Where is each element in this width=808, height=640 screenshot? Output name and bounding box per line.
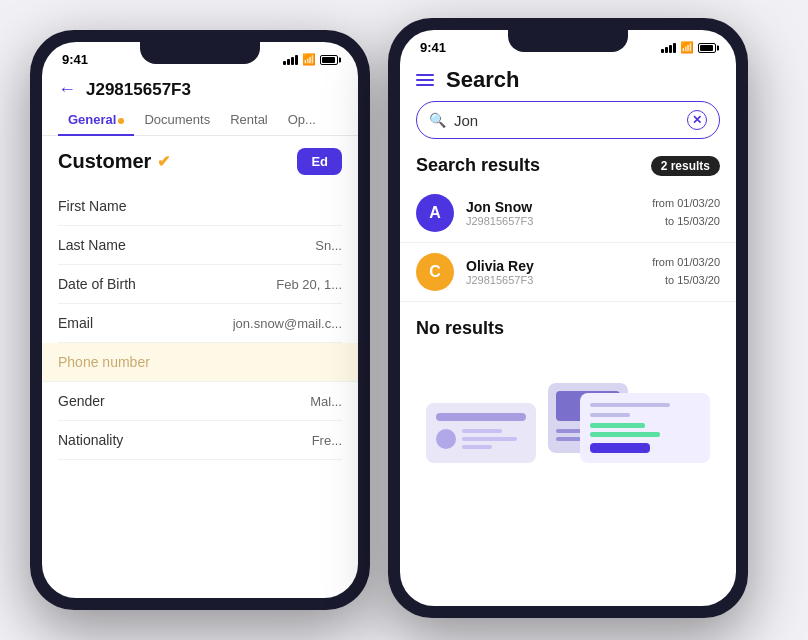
search-title: Search — [446, 67, 519, 93]
back-notch — [140, 42, 260, 64]
back-status-icons: 📶 — [283, 53, 338, 66]
search-input[interactable]: Jon — [454, 112, 679, 129]
front-phone: 9:41 📶 Search 🔍 — [388, 18, 748, 618]
results-header: Search results 2 results — [400, 151, 736, 184]
battery-icon — [320, 55, 338, 65]
tab-rental[interactable]: Rental — [220, 104, 278, 135]
field-nationality: Nationality Fre... — [58, 421, 342, 460]
tab-dot — [118, 118, 124, 124]
back-screen: 9:41 📶 ← J29815657F3 General — [42, 42, 358, 598]
front-battery-icon — [698, 43, 716, 53]
doc3-button — [590, 443, 650, 453]
customer-title: Customer ✔ — [58, 150, 170, 173]
clear-search-button[interactable]: ✕ — [687, 110, 707, 130]
back-header: ← J29815657F3 — [42, 71, 358, 104]
field-dob: Date of Birth Feb 20, 1... — [58, 265, 342, 304]
avatar-jon: A — [416, 194, 454, 232]
field-last-name: Last Name Sn... — [58, 226, 342, 265]
front-wifi-icon: 📶 — [680, 41, 694, 54]
tab-general[interactable]: General — [58, 104, 134, 135]
field-first-name: First Name — [58, 187, 342, 226]
search-icon: 🔍 — [429, 112, 446, 128]
edit-button[interactable]: Ed — [297, 148, 342, 175]
tabs-row: General Documents Rental Op... — [42, 104, 358, 136]
result-dates-jon: from 01/03/20 to 15/03/20 — [652, 195, 720, 230]
front-notch — [508, 30, 628, 52]
back-phone: 9:41 📶 ← J29815657F3 General — [30, 30, 370, 610]
result-item-1[interactable]: A Jon Snow J29815657F3 from 01/03/20 to … — [400, 184, 736, 243]
customer-section: Customer ✔ Ed First Name Last Name Sn...… — [42, 136, 358, 460]
verified-icon: ✔ — [157, 152, 170, 171]
back-arrow-icon[interactable]: ← — [58, 79, 76, 100]
front-signal-icon — [661, 43, 676, 53]
results-title: Search results — [416, 155, 540, 176]
doc3-lines — [590, 403, 700, 437]
illustration-doc1 — [426, 403, 536, 463]
record-id: J29815657F3 — [86, 80, 191, 100]
no-results-section: No results — [400, 302, 736, 471]
field-gender: Gender Mal... — [58, 382, 342, 421]
signal-icon — [283, 55, 298, 65]
result-dates-olivia: from 01/03/20 to 15/03/20 — [652, 254, 720, 289]
field-phone[interactable]: Phone number — [42, 343, 358, 382]
search-bar[interactable]: 🔍 Jon ✕ — [416, 101, 720, 139]
menu-icon[interactable] — [416, 74, 434, 86]
front-status-icons: 📶 — [661, 41, 716, 54]
back-time: 9:41 — [62, 52, 88, 67]
result-info-jon: Jon Snow J29815657F3 — [466, 199, 640, 227]
result-info-olivia: Olivia Rey J29815657F3 — [466, 258, 640, 286]
no-results-illustration — [416, 353, 720, 463]
tab-other[interactable]: Op... — [278, 104, 326, 135]
illustration-doc3 — [580, 393, 710, 463]
no-results-title: No results — [416, 318, 720, 339]
field-email: Email jon.snow@mail.c... — [58, 304, 342, 343]
wifi-icon: 📶 — [302, 53, 316, 66]
front-header: Search — [400, 59, 736, 101]
results-badge: 2 results — [651, 156, 720, 176]
front-screen: 9:41 📶 Search 🔍 — [400, 30, 736, 606]
doc1-header — [436, 413, 526, 421]
avatar-olivia: C — [416, 253, 454, 291]
front-time: 9:41 — [420, 40, 446, 55]
tab-documents[interactable]: Documents — [134, 104, 220, 135]
customer-header: Customer ✔ Ed — [58, 148, 342, 175]
result-item-2[interactable]: C Olivia Rey J29815657F3 from 01/03/20 t… — [400, 243, 736, 302]
